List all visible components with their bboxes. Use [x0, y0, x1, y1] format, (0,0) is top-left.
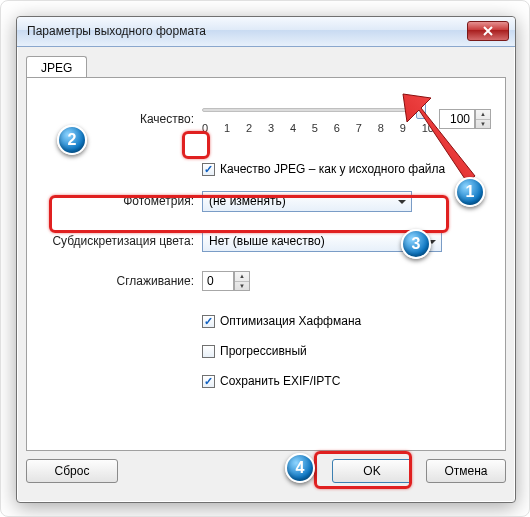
client-area: JPEG Качество: 0 1 2 3 4 5 6 7	[18, 47, 514, 501]
tab-body: Качество: 0 1 2 3 4 5 6 7 8 9	[26, 77, 506, 451]
dialog-window: Параметры выходного формата JPEG Качеств…	[16, 16, 516, 503]
quality-slider[interactable]: 0 1 2 3 4 5 6 7 8 9 10	[202, 102, 435, 136]
reset-button[interactable]: Сброс	[26, 459, 118, 483]
photometry-combo[interactable]: (не изменять)	[202, 191, 412, 212]
tab-jpeg[interactable]: JPEG	[26, 56, 87, 79]
annotation-badge-2: 2	[57, 125, 87, 155]
smoothing-label: Сглаживание:	[27, 274, 202, 288]
quality-spinner[interactable]: ▲▼	[475, 109, 491, 129]
cancel-button[interactable]: Отмена	[426, 459, 506, 483]
close-button[interactable]	[467, 21, 509, 41]
smoothing-input[interactable]	[202, 271, 234, 291]
photometry-value: (не изменять)	[209, 194, 286, 208]
huffman-label: Оптимизация Хаффмана	[220, 314, 361, 328]
ok-button[interactable]: OK	[332, 459, 412, 483]
button-bar: Сброс OK Отмена	[26, 459, 506, 489]
smoothing-spinner[interactable]: ▲▼	[234, 271, 250, 291]
tabstrip: JPEG	[26, 55, 87, 78]
progressive-checkbox[interactable]	[202, 345, 215, 358]
same-quality-checkbox[interactable]	[202, 163, 215, 176]
quality-input[interactable]	[439, 109, 475, 129]
photometry-label: Фотометрия:	[27, 194, 202, 208]
exif-label: Сохранить EXIF/IPTC	[220, 374, 340, 388]
subsampling-value: Нет (выше качество)	[209, 234, 325, 248]
slider-thumb[interactable]	[416, 103, 426, 119]
annotation-badge-3: 3	[401, 229, 431, 259]
subsampling-label: Субдискретизация цвета:	[27, 234, 202, 248]
huffman-checkbox[interactable]	[202, 315, 215, 328]
slider-ticks: 0 1 2 3 4 5 6 7 8 9 10	[202, 122, 434, 134]
annotation-badge-4: 4	[285, 453, 315, 483]
same-quality-label: Качество JPEG – как у исходного файла	[220, 162, 445, 176]
quality-label: Качество:	[27, 112, 202, 126]
exif-checkbox[interactable]	[202, 375, 215, 388]
window-title: Параметры выходного формата	[27, 24, 206, 38]
progressive-label: Прогрессивный	[220, 344, 307, 358]
close-icon	[483, 26, 493, 36]
titlebar: Параметры выходного формата	[17, 17, 515, 47]
annotation-badge-1: 1	[455, 177, 485, 207]
slider-track	[202, 108, 424, 112]
